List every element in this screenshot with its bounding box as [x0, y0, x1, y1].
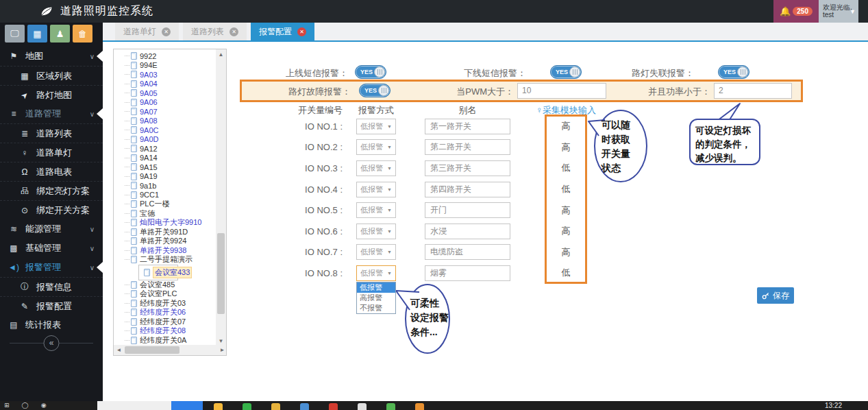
- start-icon[interactable]: ⊞: [4, 402, 10, 409]
- quickbar-monitor-icon[interactable]: 🖵: [5, 25, 25, 43]
- tree-item[interactable]: 二号手提箱演示: [125, 255, 215, 265]
- tree-item[interactable]: 经纬度开关0A: [125, 336, 215, 346]
- tree-item[interactable]: 9A07: [125, 107, 215, 117]
- chrome-icon[interactable]: ◉: [41, 402, 47, 409]
- alarm-mode-select[interactable]: 低报警▼: [356, 244, 396, 260]
- tree-item[interactable]: PLC一楼: [125, 200, 215, 209]
- sidebar-item-基础管理[interactable]: ▩基础管理∨: [0, 239, 103, 258]
- offline-sms-alarm-toggle[interactable]: YES: [550, 65, 582, 79]
- alarm-mode-select[interactable]: 低报警▼: [356, 202, 396, 218]
- scroll-right-icon[interactable]: ►: [217, 345, 227, 355]
- mail-app-icon[interactable]: [243, 403, 251, 410]
- sidebar-item-路灯地图[interactable]: ➤路灯地图: [0, 85, 103, 104]
- dropdown-option-低报警[interactable]: 低报警: [357, 282, 395, 293]
- tree-item[interactable]: 宝德: [125, 209, 215, 219]
- sidebar-item-道路电表[interactable]: Ω道路电表: [0, 162, 103, 181]
- sidebar-item-区域列表[interactable]: ▦区域列表: [0, 66, 103, 85]
- tree-item[interactable]: 9A0C: [125, 125, 215, 135]
- collect-module-input-link[interactable]: ♀采集模块输入: [510, 104, 621, 117]
- dropdown-option-高报警[interactable]: 高报警: [357, 293, 395, 303]
- sidebar-item-报警管理[interactable]: ◄)报警管理∨: [0, 258, 103, 277]
- tree-item[interactable]: 经纬度开关08: [125, 326, 215, 336]
- scrollbar-thumb[interactable]: [125, 346, 179, 354]
- tree-item[interactable]: 994E: [125, 61, 215, 71]
- tree-item[interactable]: 9A0D: [125, 135, 215, 145]
- tree-vertical-scrollbar[interactable]: ▲ ▼: [216, 49, 226, 346]
- grid-app-icon[interactable]: [300, 403, 309, 410]
- quickbar-grid-icon[interactable]: ▦: [27, 25, 47, 43]
- alarm-mode-select[interactable]: 低报警▼: [356, 119, 396, 134]
- alias-input[interactable]: 第一路开关: [425, 119, 510, 134]
- tree-item[interactable]: 会议室PLC: [125, 289, 215, 299]
- orange-app-icon[interactable]: [415, 403, 424, 410]
- tree-item[interactable]: 9A05: [125, 88, 215, 98]
- alias-input[interactable]: 开门: [425, 202, 510, 218]
- flame-app-icon[interactable]: [214, 403, 223, 410]
- online-sms-alarm-toggle[interactable]: YES: [355, 65, 386, 79]
- sidebar-collapse-button[interactable]: «: [44, 335, 60, 351]
- alarm-mode-select[interactable]: 低报警▼: [356, 139, 396, 155]
- sidebar-item-道路管理[interactable]: ≡道路管理∨: [0, 104, 103, 123]
- scroll-up-icon[interactable]: ▲: [216, 49, 226, 60]
- alias-input[interactable]: 烟雾: [425, 265, 510, 281]
- power-threshold-input[interactable]: 2: [714, 83, 792, 99]
- alias-input[interactable]: 第三路开关: [425, 160, 510, 176]
- pwm-threshold-input[interactable]: 10: [517, 83, 606, 99]
- tree-item[interactable]: 9922: [125, 51, 215, 61]
- sidebar-item-道路单灯[interactable]: ♀道路单灯: [0, 143, 103, 162]
- alias-input[interactable]: 第四路开关: [425, 182, 510, 197]
- close-icon[interactable]: ✕: [162, 27, 171, 36]
- tree-item[interactable]: 单路开关9924: [125, 237, 215, 246]
- sidebar-item-能源管理[interactable]: ≋能源管理∨: [0, 219, 103, 239]
- tree-item[interactable]: 9A03: [125, 70, 215, 80]
- tree-item[interactable]: 9a1b: [125, 181, 215, 191]
- alarm-mode-select[interactable]: 低报警▼: [356, 182, 396, 197]
- tree-item[interactable]: 9A04: [125, 80, 215, 89]
- tree-item[interactable]: 单路开关9938: [125, 246, 215, 256]
- sidebar-item-统计报表[interactable]: ▤统计报表: [0, 315, 103, 335]
- dropdown-option-不报警[interactable]: 不报警: [357, 303, 395, 313]
- alarm-mode-select[interactable]: 低报警▼: [356, 224, 396, 239]
- sidebar-item-报警信息[interactable]: ⓘ报警信息: [0, 277, 103, 296]
- lamp-lost-alarm-toggle[interactable]: YES: [718, 65, 749, 79]
- scroll-left-icon[interactable]: ◄: [114, 345, 124, 355]
- tree-item[interactable]: 9A19: [125, 172, 215, 182]
- scrollbar-thumb[interactable]: [217, 233, 225, 314]
- tree-item[interactable]: 9A06: [125, 98, 215, 108]
- alias-input[interactable]: 水浸: [425, 224, 510, 239]
- taskbar-search-input[interactable]: [97, 401, 171, 410]
- save-button[interactable]: 保存: [757, 287, 794, 304]
- sidebar-item-绑定开关方案[interactable]: ⊙绑定开关方案: [0, 200, 103, 219]
- tree-item[interactable]: 9CC1: [125, 191, 215, 200]
- tree-item[interactable]: 灿阳电子大字9910: [125, 218, 215, 228]
- record-app-icon[interactable]: [329, 403, 338, 410]
- sidebar-item-道路列表[interactable]: ≣道路列表: [0, 123, 103, 143]
- tab-道路列表[interactable]: 道路列表✕: [183, 23, 247, 40]
- sidebar-item-报警配置[interactable]: ✎报警配置: [0, 296, 103, 315]
- tree-item[interactable]: 9A14: [125, 154, 215, 163]
- green-app-icon[interactable]: [386, 403, 395, 410]
- sidebar-item-地图[interactable]: ⚑地图∨: [0, 47, 103, 66]
- tree-item[interactable]: 会议室433: [138, 265, 178, 280]
- close-icon[interactable]: ✕: [230, 27, 238, 36]
- tree-item[interactable]: 经纬度开关03: [125, 299, 215, 309]
- lamp-fault-alarm-toggle[interactable]: YES: [359, 84, 390, 97]
- tree-item[interactable]: 9A15: [125, 162, 215, 172]
- tree-item[interactable]: 单路开关991D: [125, 228, 215, 237]
- tree-item[interactable]: 经纬度开关06: [125, 308, 215, 317]
- tab-报警配置[interactable]: 报警配置✕: [251, 23, 314, 40]
- folder-icon[interactable]: [271, 403, 280, 410]
- tree-item[interactable]: 9A12: [125, 144, 215, 154]
- tab-道路单灯[interactable]: 道路单灯✕: [115, 23, 179, 40]
- alarm-mode-select[interactable]: 低报警▼: [356, 160, 396, 176]
- close-icon[interactable]: ✕: [297, 27, 306, 36]
- taskbar-search-button[interactable]: [171, 401, 203, 410]
- tree-horizontal-scrollbar[interactable]: ◄ ►: [114, 345, 227, 355]
- cortana-icon[interactable]: ◯: [22, 402, 29, 409]
- cat-app-icon[interactable]: [358, 403, 367, 410]
- notification-area[interactable]: 🔔 250: [773, 0, 819, 23]
- tree-item[interactable]: 经纬度开关07: [125, 317, 215, 327]
- alias-input[interactable]: 第二路开关: [425, 139, 510, 155]
- tree-item[interactable]: 9A08: [125, 117, 215, 126]
- sidebar-item-绑定亮灯方案[interactable]: 品绑定亮灯方案: [0, 181, 103, 200]
